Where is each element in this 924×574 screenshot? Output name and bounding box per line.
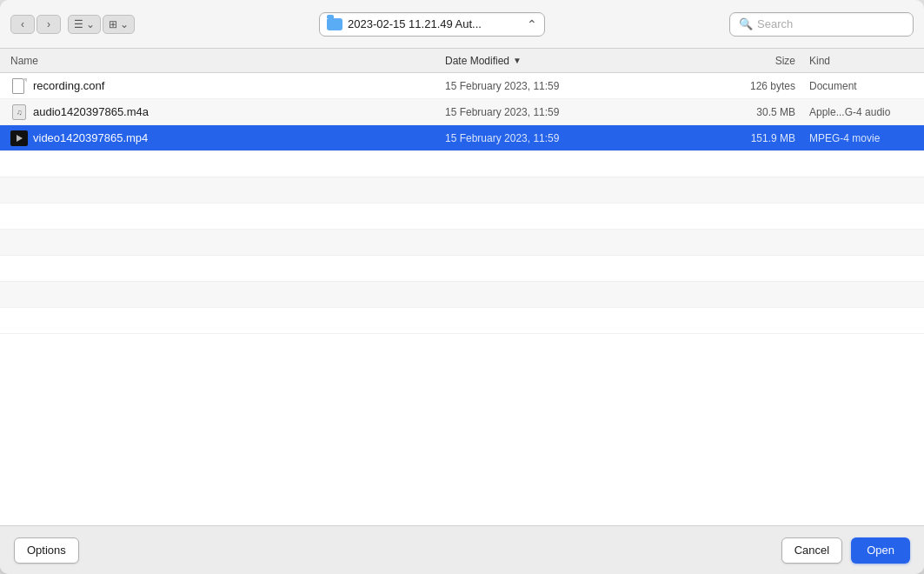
toolbar: ‹ › ☰ ⌄ ⊞ ⌄ 2023-02-15 11.21.49 Aut... ⌃… — [0, 0, 924, 49]
file-size: 30.5 MB — [722, 106, 809, 118]
col-header-date[interactable]: Date Modified ▼ — [445, 55, 722, 67]
file-name: audio1420397865.m4a — [33, 105, 445, 118]
forward-button[interactable]: › — [37, 15, 61, 34]
search-box: 🔍 — [729, 12, 914, 37]
empty-row — [0, 256, 924, 282]
folder-icon — [327, 18, 342, 30]
bottom-right: Cancel Open — [781, 537, 910, 564]
sort-arrow-icon: ▼ — [513, 56, 522, 65]
cancel-button[interactable]: Cancel — [781, 537, 842, 564]
file-kind: MPEG-4 movie — [809, 132, 914, 144]
list-view-icon: ☰ — [74, 18, 83, 30]
search-input[interactable] — [757, 17, 904, 30]
back-button[interactable]: ‹ — [10, 15, 35, 34]
path-container[interactable]: 2023-02-15 11.21.49 Aut... ⌃ — [319, 12, 545, 37]
file-date: 15 February 2023, 11:59 — [445, 80, 722, 92]
bottom-bar: Options Cancel Open — [0, 525, 924, 574]
path-text: 2023-02-15 11.21.49 Aut... — [348, 17, 522, 30]
bottom-left: Options — [14, 537, 79, 564]
empty-row — [0, 151, 924, 177]
list-view-button[interactable]: ☰ ⌄ — [68, 15, 101, 34]
file-kind: Document — [809, 80, 914, 92]
search-icon: 🔍 — [739, 17, 753, 30]
file-kind: Apple...G-4 audio — [809, 106, 914, 118]
document-icon — [12, 77, 26, 95]
options-button[interactable]: Options — [14, 537, 79, 564]
table-row[interactable]: video1420397865.mp4 15 February 2023, 11… — [0, 125, 924, 151]
nav-buttons: ‹ › — [10, 15, 61, 34]
video-icon — [10, 130, 28, 146]
file-list: recording.conf 15 February 2023, 11:59 1… — [0, 73, 924, 525]
file-date: 15 February 2023, 11:59 — [445, 132, 722, 144]
col-header-size: Size — [722, 55, 809, 67]
grid-view-icon: ⊞ — [109, 18, 117, 30]
empty-row — [0, 177, 924, 204]
column-headers: Name Date Modified ▼ Size Kind — [0, 49, 924, 73]
file-size: 126 bytes — [722, 80, 809, 92]
file-size: 151.9 MB — [722, 132, 809, 144]
col-header-kind: Kind — [809, 55, 914, 67]
file-date: 15 February 2023, 11:59 — [445, 106, 722, 118]
path-pill: 2023-02-15 11.21.49 Aut... ⌃ — [142, 12, 722, 37]
open-button[interactable]: Open — [851, 537, 910, 564]
table-row[interactable]: recording.conf 15 February 2023, 11:59 1… — [0, 73, 924, 99]
empty-row — [0, 204, 924, 230]
view-buttons: ☰ ⌄ ⊞ ⌄ — [68, 15, 135, 34]
list-view-chevron: ⌄ — [86, 18, 95, 30]
col-header-name: Name — [10, 55, 445, 67]
empty-row — [0, 230, 924, 256]
file-name: video1420397865.mp4 — [33, 131, 445, 144]
path-chevron-icon: ⌃ — [527, 17, 537, 31]
file-name: recording.conf — [33, 79, 445, 92]
empty-row — [0, 308, 924, 334]
table-row[interactable]: ♫ audio1420397865.m4a 15 February 2023, … — [0, 99, 924, 125]
audio-icon: ♫ — [12, 104, 26, 120]
empty-row — [0, 282, 924, 308]
grid-view-button[interactable]: ⊞ ⌄ — [103, 15, 135, 34]
grid-view-chevron: ⌄ — [120, 18, 129, 30]
